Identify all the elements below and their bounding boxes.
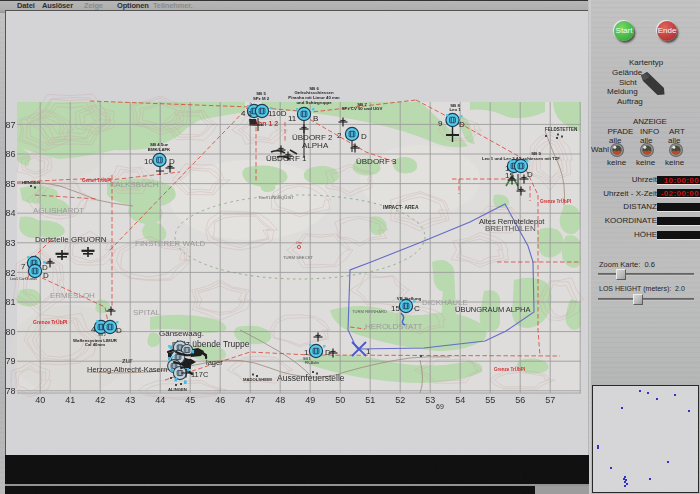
svg-text:50: 50 xyxy=(335,395,345,405)
svg-text:FINSTERER WALD: FINSTERER WALD xyxy=(135,239,206,248)
svg-text:Om: Om xyxy=(296,241,302,245)
svg-text:69: 69 xyxy=(436,403,444,410)
svg-text:HEROLDSTATT: HEROLDSTATT xyxy=(365,322,423,331)
svg-text:117C: 117C xyxy=(191,370,209,379)
svg-text:42: 42 xyxy=(95,395,105,405)
svg-text:43: 43 xyxy=(125,395,135,405)
svg-text:SB 2: SB 2 xyxy=(98,333,106,337)
svg-text:4 1: 4 1 xyxy=(241,109,253,118)
svg-text:52: 52 xyxy=(395,395,405,405)
svg-text:D: D xyxy=(459,120,465,129)
svg-text:Dortstelle GRUORN: Dortstelle GRUORN xyxy=(35,235,107,244)
svg-text:15: 15 xyxy=(391,304,400,313)
svg-text:Cal 40mm: Cal 40mm xyxy=(85,342,105,347)
svg-text:ÜBDORF 3: ÜBDORF 3 xyxy=(356,157,397,166)
svg-text:85: 85 xyxy=(6,179,16,189)
svg-text:56: 56 xyxy=(515,395,525,405)
svg-text:AGLISHARDT: AGLISHARDT xyxy=(33,206,84,215)
svg-text:51: 51 xyxy=(365,395,375,405)
svg-text:110D: 110D xyxy=(268,109,287,118)
svg-text:4: 4 xyxy=(91,325,96,334)
svg-text:1: 1 xyxy=(304,348,309,357)
svg-text:81: 81 xyxy=(6,297,16,307)
svg-text:FK-Bahn: FK-Bahn xyxy=(305,361,319,365)
svg-text:80: 80 xyxy=(6,327,16,337)
svg-text:46: 46 xyxy=(215,395,225,405)
svg-text:Grenze TrÜbPl: Grenze TrÜbPl xyxy=(540,198,571,204)
svg-text:D: D xyxy=(43,271,49,280)
svg-text:Gänsewaag.: Gänsewaag. xyxy=(159,329,204,338)
svg-text:D: D xyxy=(325,348,331,357)
svg-text:D: D xyxy=(361,132,367,141)
svg-text:lager: lager xyxy=(206,358,223,367)
svg-text:47: 47 xyxy=(245,395,255,405)
svg-text:Aussenfeuerstelle: Aussenfeuerstelle xyxy=(277,373,345,383)
svg-text:SPITAL: SPITAL xyxy=(133,308,161,317)
svg-text:78: 78 xyxy=(6,386,16,396)
svg-text:BREITHÜLEN: BREITHÜLEN xyxy=(485,224,536,233)
svg-text:zur: zur xyxy=(122,356,133,365)
svg-text:9: 9 xyxy=(438,119,443,128)
svg-text:41: 41 xyxy=(65,395,75,405)
svg-text:Leo 1: Leo 1 xyxy=(449,107,461,112)
svg-text:57: 57 xyxy=(545,395,555,405)
svg-text:IMPACT- AREA: IMPACT- AREA xyxy=(383,204,419,210)
svg-text:Gemel TrÜbPl: Gemel TrÜbPl xyxy=(82,177,112,183)
svg-text:ALINGEN: ALINGEN xyxy=(168,387,187,392)
svg-text:54: 54 xyxy=(455,395,465,405)
svg-text:D: D xyxy=(116,326,122,335)
svg-text:FELDSTETTEN: FELDSTETTEN xyxy=(545,127,577,132)
svg-text:B: B xyxy=(313,114,318,123)
svg-text:und Schtzgruppe: und Schtzgruppe xyxy=(296,100,332,105)
svg-text:C: C xyxy=(414,304,420,313)
svg-text:2: 2 xyxy=(337,131,342,140)
svg-text:53: 53 xyxy=(425,395,435,405)
svg-text:KALKSBUCH: KALKSBUCH xyxy=(110,180,159,189)
svg-text:55: 55 xyxy=(485,395,495,405)
svg-text:ÜBUNGRAUM ALPHA: ÜBUNGRAUM ALPHA xyxy=(455,305,530,314)
svg-text:ÜBDORF 1: ÜBDORF 1 xyxy=(266,154,307,163)
svg-text:48: 48 xyxy=(275,395,285,405)
svg-text:10: 10 xyxy=(144,157,153,166)
svg-text:15: 15 xyxy=(505,171,514,180)
svg-text:SPz M 2: SPz M 2 xyxy=(253,96,270,101)
svg-text:Grenze TrÜbPl: Grenze TrÜbPl xyxy=(33,319,68,325)
svg-text:7: 7 xyxy=(21,262,26,271)
svg-text:BMK/LAFK: BMK/LAFK xyxy=(148,147,171,152)
svg-text:49: 49 xyxy=(305,395,315,405)
svg-text:84: 84 xyxy=(6,208,16,218)
svg-text:83: 83 xyxy=(6,238,16,248)
svg-text:Leo1 CarlGustav: Leo1 CarlGustav xyxy=(10,277,37,281)
svg-text:45: 45 xyxy=(185,395,195,405)
svg-text:Herzog-Albrecht-Kasern: Herzog-Albrecht-Kasern xyxy=(87,365,167,374)
svg-text:79: 79 xyxy=(6,356,16,366)
svg-text:44: 44 xyxy=(155,395,165,405)
svg-text:MADOLSHEIM: MADOLSHEIM xyxy=(243,377,272,382)
svg-text:ERMESLOH: ERMESLOH xyxy=(50,291,95,300)
svg-text:HENGEN: HENGEN xyxy=(22,180,40,185)
svg-text:Turm LINDEQUIST: Turm LINDEQUIST xyxy=(258,195,294,200)
svg-text:TURM REINHARD: TURM REINHARD xyxy=(352,309,387,314)
svg-text:1: 1 xyxy=(366,347,371,356)
svg-text:87: 87 xyxy=(6,120,16,130)
svg-text:SPz CV 90 und UGV: SPz CV 90 und UGV xyxy=(342,106,383,111)
svg-text:Grenze TrÜbPl: Grenze TrÜbPl xyxy=(494,366,525,372)
svg-text:40: 40 xyxy=(35,395,45,405)
svg-text:TURM SEECKT: TURM SEECKT xyxy=(283,255,313,260)
svg-text:ALPHA: ALPHA xyxy=(302,141,329,150)
svg-text:86: 86 xyxy=(6,149,16,159)
svg-text:D: D xyxy=(169,157,175,166)
svg-text:11: 11 xyxy=(288,114,297,123)
svg-text:D: D xyxy=(527,170,533,179)
